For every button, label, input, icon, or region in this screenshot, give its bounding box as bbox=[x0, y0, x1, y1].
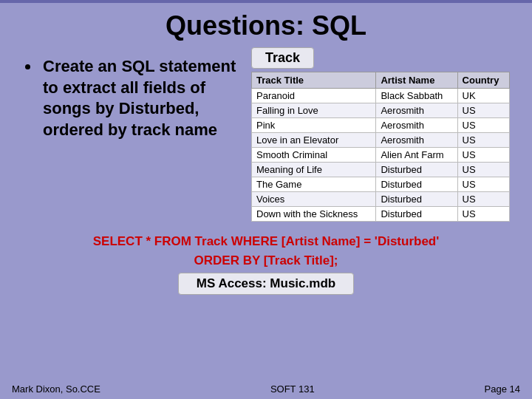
table-cell: Love in an Elevator bbox=[252, 133, 376, 148]
main-content: Create an SQL statement to extract all f… bbox=[0, 46, 532, 222]
right-panel: Track Track Title Artist Name Country Pa… bbox=[251, 46, 510, 222]
table-cell: Smooth Criminal bbox=[252, 148, 376, 163]
footer-left: Mark Dixon, So.CCE bbox=[12, 383, 100, 395]
left-panel: Create an SQL statement to extract all f… bbox=[22, 46, 236, 222]
table-cell: US bbox=[457, 133, 509, 148]
table-cell: Disturbed bbox=[376, 163, 457, 177]
col-header-artist: Artist Name bbox=[376, 72, 457, 89]
table-body: ParanoidBlack SabbathUKFalling in LoveAe… bbox=[252, 89, 510, 222]
sql-line1: SELECT * FROM Track WHERE [Artist Name] … bbox=[93, 234, 440, 248]
footer-right: Page 14 bbox=[485, 383, 520, 395]
table-row: Smooth CriminalAlien Ant FarmUS bbox=[252, 148, 510, 163]
table-cell: US bbox=[457, 192, 509, 207]
table-row: ParanoidBlack SabbathUK bbox=[252, 89, 510, 103]
table-cell: Pink bbox=[252, 118, 376, 133]
table-cell: Voices bbox=[252, 192, 376, 207]
table-cell: Black Sabbath bbox=[376, 89, 457, 103]
table-row: Falling in LoveAerosmithUS bbox=[252, 103, 510, 118]
table-cell: Disturbed bbox=[376, 207, 457, 222]
table-cell: US bbox=[457, 103, 509, 118]
table-cell: Paranoid bbox=[252, 89, 376, 103]
table-cell: Falling in Love bbox=[252, 103, 376, 118]
table-cell: Aerosmith bbox=[376, 133, 457, 148]
table-cell: Meaning of Life bbox=[252, 163, 376, 177]
table-cell: Aerosmith bbox=[376, 103, 457, 118]
table-row: Down with the SicknessDisturbedUS bbox=[252, 207, 510, 222]
table-cell: Alien Ant Farm bbox=[376, 148, 457, 163]
sql-section: SELECT * FROM Track WHERE [Artist Name] … bbox=[22, 232, 510, 295]
table-cell: Disturbed bbox=[376, 192, 457, 207]
track-label: Track bbox=[251, 47, 314, 69]
table-row: The GameDisturbedUS bbox=[252, 177, 510, 192]
table-row: Meaning of LifeDisturbedUS bbox=[252, 163, 510, 177]
page-title: Questions: SQL bbox=[0, 3, 532, 46]
table-cell: Disturbed bbox=[376, 177, 457, 192]
bullet-list: Create an SQL statement to extract all f… bbox=[22, 56, 236, 140]
col-header-country: Country bbox=[457, 72, 509, 89]
sql-text: SELECT * FROM Track WHERE [Artist Name] … bbox=[22, 232, 510, 270]
table-cell: Aerosmith bbox=[376, 118, 457, 133]
table-cell: US bbox=[457, 163, 509, 177]
table-row: PinkAerosmithUS bbox=[252, 118, 510, 133]
table-header-row: Track Title Artist Name Country bbox=[252, 72, 510, 89]
footer: Mark Dixon, So.CCE SOFT 131 Page 14 bbox=[0, 383, 532, 395]
table-row: VoicesDisturbedUS bbox=[252, 192, 510, 207]
table-cell: UK bbox=[457, 89, 509, 103]
table-cell: US bbox=[457, 148, 509, 163]
table-cell: US bbox=[457, 177, 509, 192]
access-box: MS Access: Music.mdb bbox=[178, 273, 354, 295]
table-cell: US bbox=[457, 118, 509, 133]
table-cell: The Game bbox=[252, 177, 376, 192]
table-cell: US bbox=[457, 207, 509, 222]
col-header-title: Track Title bbox=[252, 72, 376, 89]
footer-center: SOFT 131 bbox=[270, 383, 315, 395]
bullet-item: Create an SQL statement to extract all f… bbox=[40, 56, 236, 140]
sql-line2: ORDER BY [Track Title]; bbox=[194, 253, 338, 267]
data-table: Track Title Artist Name Country Paranoid… bbox=[251, 72, 510, 222]
table-row: Love in an ElevatorAerosmithUS bbox=[252, 133, 510, 148]
table-cell: Down with the Sickness bbox=[252, 207, 376, 222]
